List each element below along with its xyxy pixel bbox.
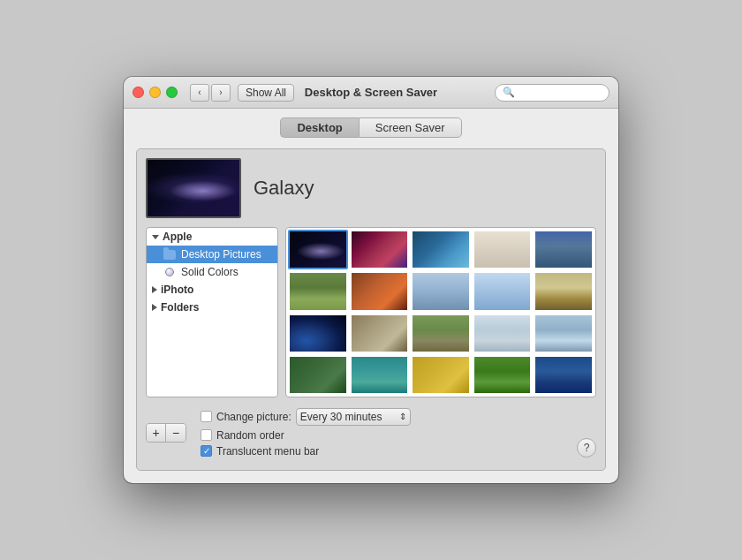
tab-desktop[interactable]: Desktop [280, 117, 358, 138]
add-remove-buttons: + − [146, 423, 186, 443]
change-picture-checkbox[interactable] [201, 411, 212, 422]
preview-label: Galaxy [254, 177, 314, 200]
collapse-triangle-folders [152, 304, 157, 311]
sidebar-section-label-apple: Apple [163, 231, 192, 243]
thumb-earth-space[interactable] [288, 314, 348, 353]
minimize-button[interactable] [149, 87, 161, 98]
close-button[interactable] [132, 87, 144, 98]
thumb-icy-blue[interactable] [534, 314, 594, 353]
thumb-deep-blue[interactable] [534, 355, 594, 395]
collapse-triangle-apple [152, 235, 159, 239]
tab-bar: Desktop Screen Saver [136, 117, 606, 138]
thumb-galaxy[interactable] [288, 230, 348, 269]
forward-button[interactable]: › [211, 84, 231, 102]
sidebar-section-iphoto[interactable]: iPhoto [147, 281, 277, 299]
sidebar-section-apple[interactable]: Apple [147, 228, 277, 246]
thumb-pale-blue[interactable] [473, 271, 533, 311]
change-interval-label: Every 30 minutes [300, 411, 382, 423]
sidebar-item-label: Solid Colors [181, 266, 238, 278]
thumb-orange-fish[interactable] [350, 271, 410, 311]
change-interval-select[interactable]: Every 30 minutes ⇕ [296, 408, 411, 426]
random-order-row: Random order [201, 429, 411, 442]
select-arrow-icon: ⇕ [399, 412, 406, 421]
source-sidebar: Apple Desktop Pictures Solid Colors [146, 227, 278, 397]
thumb-light-sand[interactable] [473, 230, 533, 269]
thumb-blue-mist[interactable] [411, 271, 471, 311]
back-button[interactable]: ‹ [190, 84, 209, 102]
folder-icon [163, 249, 177, 260]
two-column-layout: Apple Desktop Pictures Solid Colors [146, 227, 596, 397]
add-button[interactable]: + [147, 424, 166, 442]
circle-icon [163, 267, 177, 277]
random-order-label: Random order [216, 429, 284, 442]
thumb-elephant[interactable] [411, 314, 471, 353]
show-all-button[interactable]: Show All [238, 84, 294, 102]
translucent-menu-row: Translucent menu bar [201, 445, 411, 458]
preview-thumbnail [146, 158, 241, 218]
remove-button[interactable]: − [166, 424, 186, 442]
sidebar-item-desktop-pictures[interactable]: Desktop Pictures [147, 246, 277, 263]
thumb-sandy-river[interactable] [350, 314, 410, 353]
sidebar-item-label: Desktop Pictures [181, 248, 261, 261]
help-button[interactable]: ? [577, 438, 596, 458]
thumb-green-field[interactable] [473, 355, 533, 395]
random-order-checkbox[interactable] [201, 429, 212, 441]
preview-section: Galaxy [146, 158, 596, 218]
thumbnail-grid [285, 227, 596, 397]
thumb-blue-trees[interactable] [534, 230, 594, 269]
traffic-lights [132, 87, 178, 98]
maximize-button[interactable] [166, 87, 178, 98]
change-picture-label: Change picture: [216, 411, 292, 423]
sidebar-section-label-folders: Folders [161, 301, 199, 314]
thumb-blue-water[interactable] [411, 230, 471, 269]
window-title: Desktop & Screen Saver [305, 86, 437, 99]
sidebar-section-label-iphoto: iPhoto [161, 284, 193, 296]
tab-screen-saver[interactable]: Screen Saver [359, 117, 462, 138]
thumb-savanna[interactable] [534, 271, 594, 311]
thumb-snowy-hills[interactable] [473, 314, 533, 353]
collapse-triangle-iphoto [152, 286, 157, 293]
search-input[interactable] [519, 87, 602, 99]
sidebar-section-folders[interactable]: Folders [147, 299, 277, 316]
search-icon: 🔍 [503, 87, 515, 98]
change-picture-row: Change picture: Every 30 minutes ⇕ [201, 408, 411, 426]
thumb-grass-field[interactable] [288, 271, 348, 311]
titlebar: ‹ › Show All Desktop & Screen Saver 🔍 [124, 77, 618, 109]
sidebar-item-solid-colors[interactable]: Solid Colors [147, 263, 277, 281]
content-area: Desktop Screen Saver Galaxy Apple [124, 109, 618, 482]
thumb-purple-red[interactable] [350, 230, 410, 269]
main-panel: Galaxy Apple Desktop Pictures [136, 148, 606, 470]
thumb-yellow-flower[interactable] [411, 355, 471, 395]
search-box[interactable]: 🔍 [495, 84, 610, 102]
bottom-bar: + − Change picture: Every 30 minutes ⇕ [146, 405, 596, 461]
thumb-green-lily[interactable] [288, 355, 348, 395]
translucent-menu-label: Translucent menu bar [216, 445, 319, 458]
nav-buttons: ‹ › [190, 84, 231, 102]
thumb-turquoise[interactable] [350, 355, 410, 395]
main-window: ‹ › Show All Desktop & Screen Saver 🔍 De… [124, 77, 618, 482]
translucent-menu-checkbox[interactable] [201, 445, 212, 457]
